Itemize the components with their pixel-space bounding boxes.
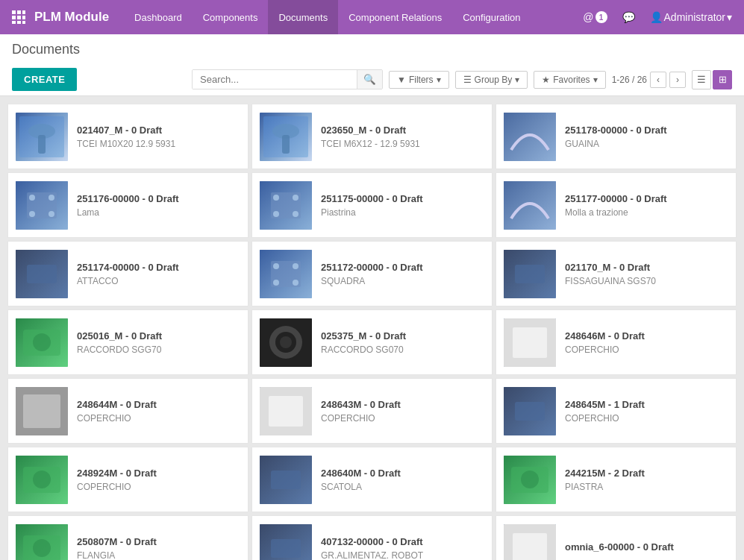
next-page-button[interactable]: ›	[669, 72, 686, 88]
item-subtitle: TCEI M6X12 - 12.9 5931	[321, 139, 484, 149]
filters-button[interactable]: ▼ Filters ▾	[389, 71, 449, 89]
svg-point-26	[273, 211, 279, 217]
nav-component-relations[interactable]: Component Relations	[338, 0, 452, 34]
nav-configuration[interactable]: Configuration	[452, 0, 531, 34]
item-title: 250807M - 0 Draft	[77, 536, 240, 547]
grid-item[interactable]: 251174-00000 - 0 Draft ATTACCO	[7, 241, 248, 306]
item-info: 248643M - 0 Draft COPERCHIO	[321, 399, 484, 424]
grid-item[interactable]: 025375_M - 0 Draft RACCORDO SG070	[251, 309, 493, 375]
grid-item[interactable]: 248646M - 0 Draft COPERCHIO	[496, 309, 737, 375]
item-info: 248640M - 0 Draft SCATOLA	[321, 468, 484, 492]
user-name: Administrator	[664, 11, 725, 23]
create-button[interactable]: CREATE	[12, 68, 77, 91]
nav-links: Dashboard Components Documents Component…	[124, 0, 578, 34]
svg-rect-58	[271, 471, 301, 489]
search-input[interactable]	[193, 70, 357, 89]
svg-point-34	[293, 263, 298, 269]
grid-item[interactable]: omnia_6-00000 - 0 Draft	[496, 515, 737, 560]
svg-rect-47	[513, 327, 547, 358]
grid-item[interactable]: 023650_M - 0 Draft TCEI M6X12 - 12.9 593…	[251, 104, 493, 169]
item-subtitle: SCATOLA	[321, 482, 484, 492]
grid-item[interactable]: 251176-00000 - 0 Draft Lama	[7, 172, 248, 238]
app-logo: PLM Module	[34, 10, 109, 25]
notifications-button[interactable]: @ 1	[578, 8, 611, 26]
toolbar: CREATE 🔍 ▼ Filters ▾ ☰ Group By ▾ ★ Favo…	[12, 63, 732, 95]
svg-point-24	[273, 195, 279, 201]
item-title: 251174-00000 - 0 Draft	[77, 262, 240, 273]
item-title: 251172-00000 - 0 Draft	[321, 262, 484, 273]
search-button[interactable]: 🔍	[357, 70, 382, 89]
nav-documents[interactable]: Documents	[268, 0, 338, 34]
item-subtitle: GR.ALIMENTAZ. ROBOT	[321, 550, 484, 561]
item-info: 244215M - 2 Draft PIASTRA	[565, 468, 728, 492]
grid-item[interactable]: 251172-00000 - 0 Draft SQUADRA	[251, 241, 493, 306]
item-title: 248645M - 1 Draft	[565, 399, 728, 410]
grid-item[interactable]: 248644M - 0 Draft COPERCHIO	[7, 378, 248, 444]
nav-components[interactable]: Components	[193, 0, 269, 34]
favorites-button[interactable]: ★ Favorites ▾	[534, 71, 605, 89]
svg-point-25	[293, 195, 298, 201]
svg-rect-15	[504, 113, 556, 161]
user-menu-button[interactable]: 👤 Administrator ▾	[645, 8, 737, 26]
chevron-down-icon: ▾	[727, 11, 732, 23]
grid-item[interactable]: 248645M - 1 Draft COPERCHIO	[496, 378, 737, 444]
grid-item[interactable]: 021407_M - 0 Draft TCEI M10X20 12.9 5931	[7, 104, 248, 169]
item-info: 248644M - 0 Draft COPERCHIO	[77, 399, 240, 424]
nav-dashboard[interactable]: Dashboard	[124, 0, 193, 34]
grid-item[interactable]: 025016_M - 0 Draft RACCORDO SGG70	[7, 309, 248, 375]
item-info: omnia_6-00000 - 0 Draft	[565, 541, 728, 556]
groupby-chevron: ▾	[515, 75, 519, 85]
search-bar: 🔍	[192, 69, 383, 89]
svg-rect-30	[27, 265, 57, 283]
view-toggle: ☰ ⊞	[692, 70, 732, 89]
svg-point-35	[273, 280, 279, 286]
item-subtitle: RACCORDO SGG70	[77, 345, 240, 355]
item-subtitle: COPERCHIO	[77, 482, 240, 492]
documents-grid: 021407_M - 0 Draft TCEI M10X20 12.9 5931…	[0, 96, 744, 560]
grid-item[interactable]: 250807M - 0 Draft FLANGIA	[7, 515, 248, 560]
item-thumbnail	[260, 181, 312, 230]
toolbar-right: 🔍 ▼ Filters ▾ ☰ Group By ▾ ★ Favorites ▾…	[192, 69, 732, 89]
item-title: 023650_M - 0 Draft	[321, 125, 484, 136]
item-subtitle: Lama	[77, 207, 240, 218]
prev-page-button[interactable]: ‹	[650, 72, 666, 88]
groupby-button[interactable]: ☰ Group By ▾	[455, 71, 528, 89]
grid-item[interactable]: 251177-00000 - 0 Draft Molla a trazione	[496, 172, 737, 238]
svg-point-45	[280, 336, 292, 348]
item-thumbnail	[260, 113, 312, 161]
item-title: 025375_M - 0 Draft	[321, 330, 484, 342]
item-subtitle: TCEI M10X20 12.9 5931	[77, 139, 240, 149]
svg-rect-11	[38, 135, 46, 154]
item-thumbnail	[504, 456, 556, 504]
user-icon: 👤	[650, 11, 663, 23]
messages-button[interactable]: 💬	[618, 8, 640, 26]
svg-rect-38	[515, 265, 545, 283]
groupby-icon: ☰	[463, 75, 472, 85]
item-subtitle: RACCORDO SG070	[321, 345, 484, 355]
grid-item[interactable]: 248643M - 0 Draft COPERCHIO	[251, 378, 493, 444]
item-subtitle: COPERCHIO	[77, 413, 240, 424]
item-thumbnail	[504, 524, 556, 561]
list-view-button[interactable]: ☰	[692, 70, 711, 89]
item-info: 025375_M - 0 Draft RACCORDO SG070	[321, 330, 484, 355]
grid-item[interactable]: 251175-00000 - 0 Draft Piastrina	[251, 172, 493, 238]
item-title: 248640M - 0 Draft	[321, 468, 484, 479]
apps-icon[interactable]	[7, 6, 30, 28]
grid-view-button[interactable]: ⊞	[713, 70, 732, 89]
grid-item[interactable]: 407132-00000 - 0 Draft GR.ALIMENTAZ. ROB…	[251, 515, 493, 560]
star-icon: ★	[542, 75, 550, 85]
grid-item[interactable]: 251178-00000 - 0 Draft GUAINA	[496, 104, 737, 169]
pagination-text: 1-26 / 26	[612, 75, 647, 85]
item-thumbnail	[504, 387, 556, 435]
item-title: 248924M - 0 Draft	[77, 468, 240, 479]
item-thumbnail	[260, 456, 312, 504]
item-subtitle: COPERCHIO	[565, 413, 728, 424]
item-subtitle: Molla a trazione	[565, 207, 728, 218]
grid-item[interactable]: 248924M - 0 Draft COPERCHIO	[7, 447, 248, 512]
grid-item[interactable]: 021170_M - 0 Draft FISSAGUAINA SGS70	[496, 241, 737, 306]
grid-item[interactable]: 248640M - 0 Draft SCATOLA	[251, 447, 493, 512]
item-title: 251176-00000 - 0 Draft	[77, 193, 240, 204]
svg-rect-6	[12, 21, 16, 24]
grid-item[interactable]: 244215M - 2 Draft PIASTRA	[496, 447, 737, 512]
svg-point-19	[49, 195, 54, 201]
